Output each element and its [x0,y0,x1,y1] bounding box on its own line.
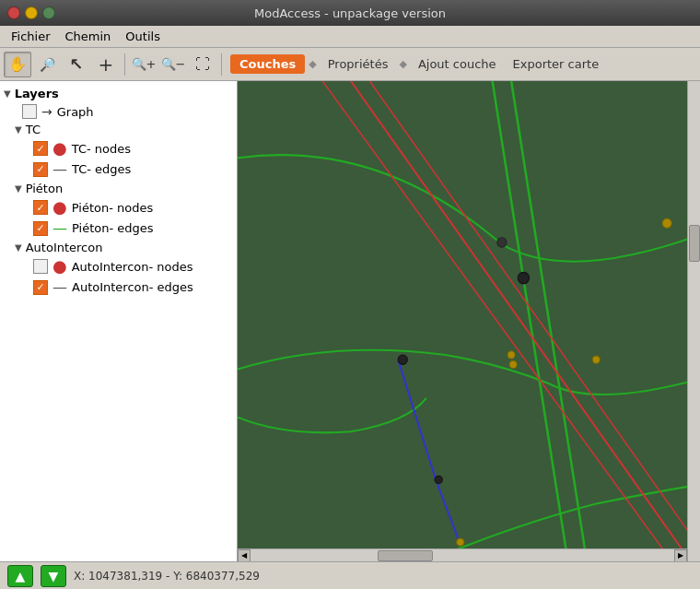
pieton-nodes-item[interactable]: ● Piéton- nodes [0,197,237,218]
map-canvas [238,81,700,561]
tc-nodes-dot-icon: ● [52,140,67,157]
svg-point-7 [518,272,529,284]
svg-point-10 [398,355,407,364]
svg-point-12 [457,538,464,546]
layers-label: Layers [15,87,59,100]
tc-edges-label: TC- edges [72,162,131,176]
graph-label: Graph [57,105,94,119]
fullscreen-button[interactable]: ⛶ [189,52,216,77]
tc-group-header[interactable]: ▼ TC [0,121,237,138]
layers-panel: ▼ Layers → Graph ▼ TC ● TC- nodes — TC- … [0,81,238,561]
scroll-right-button[interactable]: ▶ [674,549,687,562]
title-bar: ModAccess - unpackage version [0,0,700,26]
svg-point-9 [592,356,600,363]
menu-chemin[interactable]: Chemin [58,28,119,45]
svg-point-13 [662,218,671,228]
graph-checkbox[interactable] [22,104,37,119]
pieton-edges-label: Piéton- edges [72,221,154,235]
layer-graph[interactable]: → Graph [0,102,237,121]
autointercon-nodes-label: AutoIntercon- nodes [72,260,193,274]
svg-point-6 [497,238,507,247]
menu-fichier[interactable]: Fichier [4,28,58,45]
vertical-scrollbar[interactable] [687,81,700,561]
hand-tool-button[interactable]: ✋ [4,52,31,77]
toolbar-separator-2 [221,53,222,76]
tc-nodes-item[interactable]: ● TC- nodes [0,138,237,159]
pieton-nodes-checkbox[interactable] [33,200,48,215]
add-tool-button[interactable]: + [92,52,120,77]
menu-bar: Fichier Chemin Outils [0,26,700,48]
pieton-edges-item[interactable]: — Piéton- edges [0,218,237,239]
pieton-nodes-label: Piéton- nodes [72,201,154,215]
graph-arrow-icon: → [41,104,52,119]
tab-sep-1: ◆ [307,58,318,70]
tab-sep-2: ◆ [397,58,408,70]
horizontal-scrollbar-thumb[interactable] [378,550,433,561]
autointercon-edges-item[interactable]: — AutoIntercon- edges [0,277,237,298]
tab-exporter-carte[interactable]: Exporter carte [506,54,607,74]
window-title: ModAccess - unpackage version [254,6,446,20]
svg-rect-0 [238,81,700,561]
pointer-tool-button[interactable]: ↖ [63,52,90,77]
tc-label: TC [26,123,41,136]
close-button[interactable] [7,6,20,19]
toolbar-separator-1 [124,53,125,76]
pieton-group-header[interactable]: ▼ Piéton [0,180,237,197]
autointercon-edges-line-icon: — [52,278,67,296]
autointercon-expand-icon: ▼ [15,242,22,253]
main-content: ▼ Layers → Graph ▼ TC ● TC- nodes — TC- … [0,81,700,561]
autointercon-nodes-dot-icon: ● [52,258,67,275]
zoom-out-button[interactable]: 🔍− [159,52,187,77]
tc-nodes-checkbox[interactable] [33,141,48,156]
status-bar: ▲ ▼ X: 1047381,319 - Y: 6840377,529 [0,561,700,589]
autointercon-label: AutoIntercon [26,241,103,254]
autointercon-group-header[interactable]: ▼ AutoIntercon [0,239,237,256]
svg-point-14 [509,360,517,368]
autointercon-edges-checkbox[interactable] [33,280,48,295]
tab-proprietes[interactable]: Propriétés [321,54,396,74]
scroll-left-button[interactable]: ◀ [238,549,251,562]
tab-couches[interactable]: Couches [230,54,305,74]
tc-edges-line-icon: — [52,160,67,178]
autointercon-edges-label: AutoIntercon- edges [72,280,193,294]
autointercon-nodes-item[interactable]: ● AutoIntercon- nodes [0,256,237,277]
pieton-nodes-dot-icon: ● [52,199,67,216]
minimize-button[interactable] [25,6,38,19]
svg-point-11 [435,476,442,483]
pieton-edges-checkbox[interactable] [33,221,48,236]
map-area[interactable]: ◀ ▶ [238,81,700,561]
zoom-in-button[interactable]: 🔍+ [130,52,158,77]
autointercon-nodes-checkbox[interactable] [33,259,48,274]
coordinates-display: X: 1047381,319 - Y: 6840377,529 [74,570,260,583]
horizontal-scrollbar-track[interactable] [251,549,674,562]
svg-point-8 [508,351,515,359]
tc-edges-item[interactable]: — TC- edges [0,159,237,180]
layer-down-button[interactable]: ▼ [41,565,66,587]
horizontal-scrollbar[interactable]: ◀ ▶ [238,548,687,561]
tc-nodes-label: TC- nodes [72,142,131,156]
tc-edges-checkbox[interactable] [33,162,48,177]
pieton-label: Piéton [26,182,63,195]
magnify-tool-button[interactable]: 🔎 [33,52,61,77]
layers-expand-icon: ▼ [4,88,11,99]
tab-ajout-couche[interactable]: Ajout couche [411,54,504,74]
window-controls[interactable] [7,6,55,19]
tc-expand-icon: ▼ [15,124,22,135]
menu-outils[interactable]: Outils [118,28,168,45]
pieton-edges-line-icon: — [52,219,67,237]
maximize-button[interactable] [42,6,55,19]
layers-header[interactable]: ▼ Layers [0,85,237,102]
layer-up-button[interactable]: ▲ [7,565,33,587]
pieton-expand-icon: ▼ [15,183,22,194]
toolbar: ✋ 🔎 ↖ + 🔍+ 🔍− ⛶ Couches ◆ Propriétés ◆ A… [0,48,700,81]
vertical-scrollbar-thumb[interactable] [689,225,700,262]
